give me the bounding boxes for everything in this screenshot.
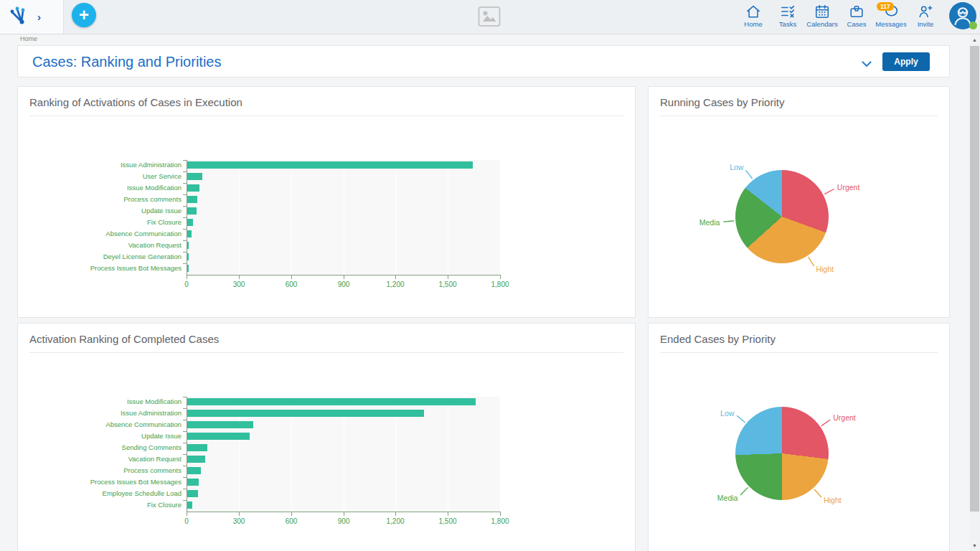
axis-tick-label: 600 [286, 517, 298, 525]
nav-item-tasks[interactable]: Tasks [771, 2, 805, 28]
category-tick [183, 420, 187, 420]
collapse-filters-chevron-icon[interactable] [862, 57, 872, 70]
bar-chart-completed: Issue ModificationIssue AdministrationAb… [18, 324, 635, 551]
nav-item-calendars[interactable]: Calendars [805, 2, 839, 28]
page-header-card: Cases: Ranking and Priorities Apply [17, 45, 950, 77]
gridline [500, 160, 501, 275]
brand-logo-button[interactable]: › [0, 0, 64, 34]
home-icon [745, 2, 761, 19]
category-label: Process Issues Bot Messages [18, 264, 182, 273]
bar-issue-modification[interactable] [187, 184, 199, 192]
scroll-down-arrow-icon[interactable]: ▼ [969, 540, 980, 551]
nav-item-label: Calendars [806, 20, 837, 28]
panel-running-ranking: Ranking of Activations of Cases in Execu… [17, 86, 636, 318]
bar-sending-comments[interactable] [187, 444, 207, 451]
category-label: Process comments [18, 466, 182, 475]
category-label: Update Issue [18, 207, 182, 215]
nav-item-label: Cases [847, 20, 867, 28]
category-label: User Service [18, 172, 182, 181]
axis-tick-label: 1,200 [386, 517, 404, 525]
bar-user-service[interactable] [187, 173, 202, 180]
bar-update-issue[interactable] [187, 433, 250, 440]
bar-fix-closure[interactable] [187, 219, 193, 226]
bar-deyel-license-generation[interactable] [187, 253, 189, 260]
bar-vacation-request[interactable] [187, 456, 205, 463]
axis-tick [291, 512, 292, 516]
category-tick [183, 252, 187, 253]
axis-tick [395, 512, 396, 516]
category-label: Issue Administration [18, 409, 182, 418]
breadcrumb[interactable]: Home [20, 35, 37, 42]
category-label: Sending Comments [18, 443, 182, 452]
pie-slice-label-low: Low [730, 163, 743, 171]
axis-tick [239, 276, 240, 279]
bar-fix-closure[interactable] [187, 501, 192, 509]
axis-tick [395, 276, 396, 279]
user-avatar[interactable] [949, 2, 976, 29]
bar-vacation-request[interactable] [187, 242, 189, 249]
axis-tick-label: 1,500 [438, 517, 456, 525]
bar-issue-administration[interactable] [187, 161, 473, 169]
pie-slice-label-media: Media [717, 494, 738, 502]
axis-tick-label: 900 [338, 281, 350, 288]
messages-count-badge: 117 [877, 2, 894, 11]
invite-icon [918, 2, 933, 19]
category-tick [183, 263, 187, 264]
nav-item-home[interactable]: Home [736, 2, 771, 28]
gridline [291, 160, 292, 275]
nav-item-cases[interactable]: Cases [839, 2, 874, 28]
vertical-scrollbar[interactable]: ▲ ▼ [969, 34, 980, 551]
nav-item-messages[interactable]: 117Messages [874, 2, 908, 28]
category-label: Vacation Request [18, 455, 182, 463]
gridline [448, 397, 448, 512]
category-label: Update Issue [18, 432, 182, 441]
axis-tick-label: 1,200 [386, 281, 404, 288]
bar-process-issues-bot-messages[interactable] [187, 265, 189, 272]
apply-button[interactable]: Apply [882, 52, 930, 71]
top-navigation: HomeTasksCalendarsCases117MessagesInvite [736, 2, 943, 28]
bar-absence-communication[interactable] [187, 421, 253, 428]
axis-tick-label: 900 [338, 517, 350, 525]
axis-tick-label: 0 [184, 281, 189, 288]
scroll-up-arrow-icon[interactable]: ▲ [969, 34, 980, 45]
gridline [395, 160, 396, 275]
axis-tick [344, 276, 344, 279]
bar-process-comments[interactable] [187, 467, 201, 474]
category-tick [183, 500, 187, 501]
panel-ended-priority: Ended Cases by Priority UrgentHightMedia… [648, 323, 950, 551]
category-tick [183, 217, 187, 218]
add-new-button[interactable]: + [72, 3, 96, 27]
bar-issue-administration[interactable] [187, 410, 424, 417]
category-tick [183, 171, 187, 172]
bar-issue-modification[interactable] [187, 398, 476, 405]
sidebar-expand-chevron-icon[interactable]: › [37, 11, 41, 22]
pie-slice-label-urgent: Urgent [837, 183, 860, 192]
top-bar: › + HomeTasksCalendarsCases117MessagesIn… [0, 0, 980, 34]
category-tick [183, 206, 187, 207]
nav-item-invite[interactable]: Invite [908, 2, 943, 28]
pie-slice-label-low: Low [720, 409, 734, 418]
axis-tick-label: 1,800 [491, 517, 509, 525]
bar-process-issues-bot-messages[interactable] [187, 479, 199, 486]
pie[interactable] [735, 170, 829, 263]
bar-update-issue[interactable] [187, 207, 197, 215]
plot-area [187, 160, 501, 276]
scrollbar-thumb[interactable] [970, 46, 979, 512]
pie[interactable] [735, 407, 829, 500]
tasks-icon [780, 2, 796, 19]
category-label: Fix Closure [18, 501, 182, 509]
bar-absence-communication[interactable] [187, 230, 192, 237]
axis-tick [500, 276, 501, 279]
pie-slice-label-urgent: Urgent [833, 413, 856, 422]
axis-tick [448, 512, 448, 516]
bar-process-comments[interactable] [187, 196, 197, 203]
category-label: Process Issues Bot Messages [18, 478, 182, 486]
bar-employee-schedulle-load[interactable] [187, 490, 198, 497]
image-placeholder-icon [478, 6, 501, 30]
category-label: Fix Closure [18, 218, 182, 227]
axis-tick-label: 0 [184, 517, 189, 525]
gridline [448, 160, 448, 275]
gridline [500, 397, 501, 512]
nav-item-label: Messages [875, 20, 906, 28]
axis-tick [448, 276, 448, 279]
